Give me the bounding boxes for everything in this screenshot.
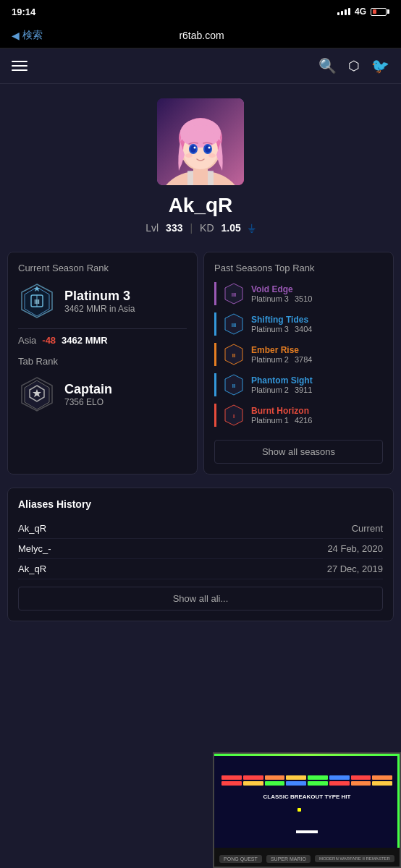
phantom-sight-badge: II bbox=[222, 373, 245, 396]
game-title: CLASSIC BREAKOUT TYPE HIT bbox=[263, 793, 351, 800]
void-edge-name: Void Edge bbox=[251, 284, 383, 294]
game-overlay[interactable]: CLASSIC BREAKOUT TYPE HIT PONG QUEST SUP… bbox=[213, 752, 401, 868]
search-icon[interactable]: 🔍 bbox=[318, 57, 337, 75]
menu-button[interactable] bbox=[12, 61, 28, 71]
avatar-image bbox=[157, 98, 244, 185]
alias-name-1: Ak_qR bbox=[18, 523, 46, 534]
hamburger-line bbox=[12, 61, 28, 62]
svg-point-11 bbox=[190, 145, 196, 153]
svg-point-14 bbox=[208, 147, 211, 149]
region-mmr: Asia -48 3462 MMR bbox=[18, 328, 187, 346]
signal-icon bbox=[337, 8, 350, 15]
shifting-tides-badge: III bbox=[222, 312, 245, 336]
discord-icon[interactable]: ⬡ bbox=[348, 58, 360, 74]
hamburger-line bbox=[12, 69, 28, 71]
ember-rise-sub: Platinum 2 3784 bbox=[251, 355, 383, 364]
svg-text:III: III bbox=[232, 292, 237, 298]
profile-meta: Lvl 333 | KD 1.05 ⏚ bbox=[145, 221, 256, 234]
captain-badge bbox=[18, 375, 56, 413]
level-value: 333 bbox=[166, 222, 182, 234]
ember-rise-name: Ember Rise bbox=[251, 345, 383, 355]
alias-date-1: Current bbox=[352, 523, 383, 534]
mmr-detail: 3462 MMR in Asia bbox=[64, 304, 135, 314]
phantom-sight-sub: Platinum 2 3911 bbox=[251, 386, 383, 394]
mmr-value: 3462 MMR bbox=[62, 335, 108, 346]
past-seasons-title: Past Seasons Top Rank bbox=[214, 263, 383, 273]
game-tab-2[interactable]: SUPER MARIO bbox=[266, 855, 311, 863]
tab-rank-section: Tab Rank Captain 7356 ELO bbox=[18, 356, 187, 413]
region-label: Asia bbox=[18, 335, 36, 346]
svg-rect-3 bbox=[187, 171, 193, 185]
alias-date-3: 27 Dec, 2019 bbox=[327, 563, 383, 574]
platinum3-badge: III bbox=[18, 282, 56, 320]
nav-bar: ◀ 検索 r6tab.com bbox=[0, 23, 401, 48]
phantom-sight-name: Phantom Sight bbox=[251, 375, 383, 386]
game-ball bbox=[297, 808, 301, 812]
back-label: 検索 bbox=[22, 29, 43, 42]
season-item-burnt-horizon: I Burnt Horizon Platinum 1 4216 bbox=[214, 404, 383, 427]
mmr-change: -48 bbox=[42, 335, 56, 346]
burnt-horizon-sub: Platinum 1 4216 bbox=[251, 416, 383, 425]
battery-icon bbox=[371, 8, 389, 16]
header-icons: 🔍 ⬡ 🐦 bbox=[318, 57, 389, 75]
svg-text:I: I bbox=[233, 413, 235, 420]
alias-row-2: Melyc_- 24 Feb, 2020 bbox=[18, 539, 383, 559]
back-button[interactable]: ◀ 検索 bbox=[12, 29, 43, 42]
tab-rank-info: Captain 7356 ELO bbox=[64, 382, 112, 407]
avatar bbox=[157, 98, 244, 185]
game-tab-3[interactable]: MODERN WARFARE II REMASTER bbox=[315, 855, 394, 862]
void-edge-details: Void Edge Platinum 3 3510 bbox=[251, 284, 383, 303]
svg-text:II: II bbox=[232, 383, 235, 389]
rank-info: Platinum 3 3462 MMR in Asia bbox=[64, 289, 135, 314]
shifting-tides-details: Shifting Tides Platinum 3 3404 bbox=[251, 315, 383, 333]
void-edge-sub: Platinum 3 3510 bbox=[251, 294, 383, 303]
game-area: CLASSIC BREAKOUT TYPE HIT bbox=[214, 754, 400, 848]
svg-point-15 bbox=[185, 153, 193, 158]
kd-value: 1.05 bbox=[221, 222, 241, 234]
kd-label: KD bbox=[200, 222, 214, 234]
phantom-sight-details: Phantom Sight Platinum 2 3911 bbox=[251, 375, 383, 394]
current-season-title: Current Season Rank bbox=[18, 263, 187, 273]
aliases-section: Aliases History Ak_qR Current Melyc_- 24… bbox=[7, 488, 394, 621]
hamburger-line bbox=[12, 65, 28, 67]
svg-point-13 bbox=[194, 147, 196, 149]
status-time: 19:14 bbox=[12, 7, 35, 17]
twitter-icon[interactable]: 🐦 bbox=[371, 57, 389, 75]
back-arrow-icon: ◀ bbox=[12, 30, 20, 41]
tab-rank-display: Captain 7356 ELO bbox=[18, 375, 187, 413]
meta-separator: | bbox=[190, 222, 193, 234]
game-taskbar: PONG QUEST SUPER MARIO MODERN WARFARE II… bbox=[214, 848, 400, 868]
alias-row-3: Ak_qR 27 Dec, 2019 bbox=[18, 559, 383, 579]
show-all-aliases-button[interactable]: Show all ali... bbox=[18, 587, 383, 610]
season-item-phantom-sight: II Phantom Sight Platinum 2 3911 bbox=[214, 373, 383, 396]
cards-row: Current Season Rank bbox=[0, 252, 401, 482]
svg-text:II: II bbox=[232, 352, 235, 359]
url-display[interactable]: r6tab.com bbox=[179, 30, 224, 41]
shifting-tides-sub: Platinum 3 3404 bbox=[251, 325, 383, 333]
alias-name-3: Ak_qR bbox=[18, 563, 46, 574]
playstation-icon: ⏚ bbox=[248, 221, 256, 234]
alias-name-2: Melyc_- bbox=[18, 543, 51, 554]
site-header: 🔍 ⬡ 🐦 bbox=[0, 48, 401, 84]
svg-text:III: III bbox=[34, 298, 40, 305]
ember-rise-badge: II bbox=[222, 343, 245, 366]
tab-rank-title: Tab Rank bbox=[18, 356, 187, 367]
season-item-shifting-tides: III Shifting Tides Platinum 3 3404 bbox=[214, 312, 383, 336]
level-label: Lvl bbox=[145, 222, 159, 234]
show-all-seasons-button[interactable]: Show all seasons bbox=[214, 440, 383, 464]
game-tab-1[interactable]: PONG QUEST bbox=[219, 855, 262, 863]
game-blocks bbox=[221, 775, 392, 786]
game-paddle bbox=[296, 830, 318, 833]
burnt-horizon-name: Burnt Horizon bbox=[251, 406, 383, 416]
season-item-ember-rise: II Ember Rise Platinum 2 3784 bbox=[214, 343, 383, 366]
svg-rect-4 bbox=[208, 171, 214, 185]
tab-rank-name: Captain bbox=[64, 382, 112, 397]
rank-name: Platinum 3 bbox=[64, 289, 135, 304]
alias-row-1: Ak_qR Current bbox=[18, 519, 383, 539]
alias-date-2: 24 Feb, 2020 bbox=[327, 543, 383, 554]
burnt-horizon-details: Burnt Horizon Platinum 1 4216 bbox=[251, 406, 383, 425]
network-label: 4G bbox=[355, 7, 366, 17]
profile-section: Ak_qR Lvl 333 | KD 1.05 ⏚ bbox=[0, 84, 401, 252]
shifting-tides-name: Shifting Tides bbox=[251, 315, 383, 325]
burnt-horizon-badge: I bbox=[222, 404, 245, 427]
